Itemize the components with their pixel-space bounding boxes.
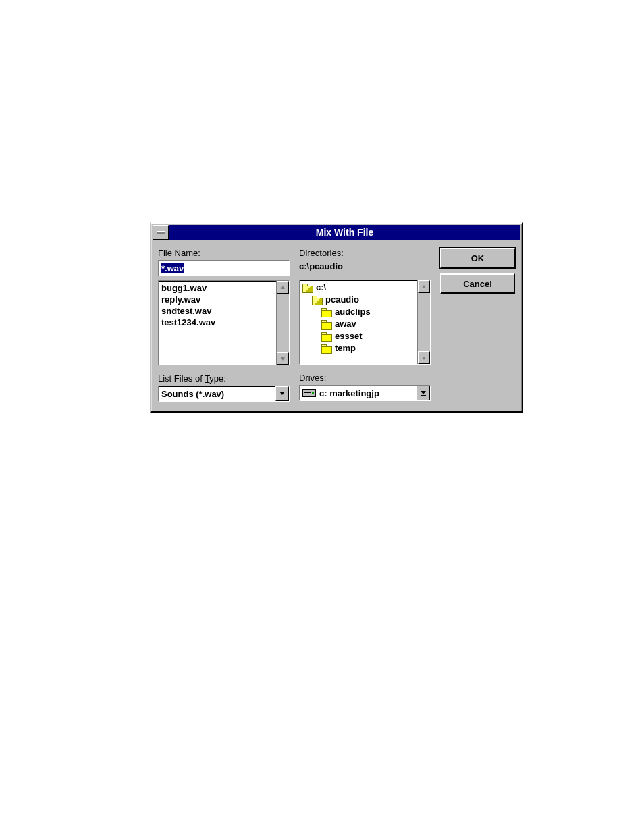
filetype-dropdown-button[interactable] bbox=[275, 386, 289, 401]
directory-list-items: c:\ pcaudio audclips awav bbox=[300, 280, 417, 364]
folder-icon bbox=[321, 344, 332, 353]
scroll-track[interactable] bbox=[277, 294, 289, 352]
scroll-down-button[interactable] bbox=[277, 352, 289, 365]
right-column: OK Cancel bbox=[440, 248, 515, 402]
left-column: File Name: *.wav bugg1.wav reply.wav snd… bbox=[158, 248, 290, 402]
chevron-down-icon bbox=[279, 390, 286, 397]
scroll-track[interactable] bbox=[418, 293, 430, 351]
arrow-down-icon bbox=[421, 355, 427, 361]
drives-label: Drives: bbox=[299, 373, 431, 383]
file-list-scrollbar[interactable] bbox=[276, 281, 289, 365]
ok-button[interactable]: OK bbox=[440, 248, 515, 268]
folder-open-icon bbox=[302, 284, 313, 292]
filename-input[interactable]: *.wav bbox=[158, 260, 290, 276]
scroll-up-button[interactable] bbox=[418, 280, 430, 293]
filetype-value: Sounds (*.wav) bbox=[159, 386, 275, 401]
chevron-down-icon bbox=[420, 390, 427, 396]
svg-rect-1 bbox=[421, 395, 426, 396]
folder-icon bbox=[321, 332, 332, 341]
directory-item-root[interactable]: c:\ bbox=[302, 282, 414, 294]
system-menu-button[interactable] bbox=[153, 225, 169, 240]
cancel-button[interactable]: Cancel bbox=[440, 273, 515, 294]
dialog-body: File Name: *.wav bugg1.wav reply.wav snd… bbox=[151, 241, 522, 411]
folder-open-icon bbox=[312, 296, 323, 305]
dialog-title: Mix With File bbox=[169, 225, 520, 240]
filetype-combo[interactable]: Sounds (*.wav) bbox=[158, 386, 290, 402]
list-item[interactable]: sndtest.wav bbox=[161, 305, 273, 317]
filetype-label: List Files of Type: bbox=[158, 373, 290, 384]
arrow-up-icon bbox=[421, 284, 427, 290]
folder-icon bbox=[321, 308, 332, 317]
scroll-down-button[interactable] bbox=[418, 351, 430, 364]
directory-item[interactable]: temp bbox=[302, 342, 414, 355]
list-item[interactable]: reply.wav bbox=[161, 294, 273, 305]
middle-column: Directories: c:\pcaudio c:\ pcaudio audc bbox=[299, 248, 431, 402]
drive-icon bbox=[302, 389, 316, 397]
arrow-down-icon bbox=[280, 356, 286, 361]
svg-rect-0 bbox=[279, 396, 285, 396]
directory-listbox[interactable]: c:\ pcaudio audclips awav bbox=[299, 280, 431, 365]
system-menu-icon bbox=[157, 231, 165, 234]
current-path: c:\pcaudio bbox=[299, 261, 431, 271]
filename-label: File Name: bbox=[158, 248, 290, 258]
directories-label: Directories: bbox=[299, 248, 431, 258]
directory-item[interactable]: essset bbox=[302, 330, 414, 342]
directory-item-current[interactable]: pcaudio bbox=[302, 294, 414, 306]
file-open-dialog: Mix With File File Name: *.wav bugg1.wav… bbox=[150, 222, 523, 413]
filename-value: *.wav bbox=[161, 263, 184, 273]
directory-scrollbar[interactable] bbox=[417, 280, 430, 364]
scroll-up-button[interactable] bbox=[277, 281, 289, 294]
arrow-up-icon bbox=[280, 285, 286, 290]
list-item[interactable]: bugg1.wav bbox=[161, 282, 273, 294]
directory-item[interactable]: audclips bbox=[302, 306, 414, 318]
titlebar: Mix With File bbox=[153, 225, 520, 240]
list-item[interactable]: test1234.wav bbox=[161, 317, 273, 328]
drives-value: c: marketingjp bbox=[300, 386, 417, 400]
file-listbox[interactable]: bugg1.wav reply.wav sndtest.wav test1234… bbox=[158, 280, 290, 365]
folder-icon bbox=[321, 320, 332, 329]
directory-item[interactable]: awav bbox=[302, 318, 414, 330]
file-list-items: bugg1.wav reply.wav sndtest.wav test1234… bbox=[159, 281, 276, 365]
drives-combo[interactable]: c: marketingjp bbox=[299, 385, 431, 401]
drives-dropdown-button[interactable] bbox=[417, 386, 430, 400]
